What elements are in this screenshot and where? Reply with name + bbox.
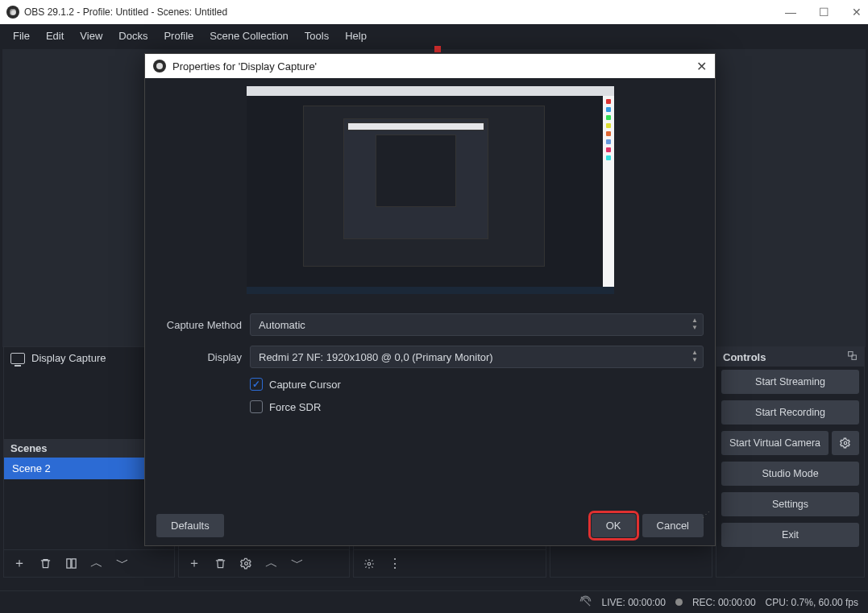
resize-grip-icon[interactable]: ⋰ bbox=[702, 513, 712, 516]
window-titlebar: OBS 29.1.2 - Profile: Untitled - Scenes:… bbox=[0, 0, 868, 24]
controls-title: Controls bbox=[723, 351, 766, 363]
menu-file[interactable]: File bbox=[5, 27, 38, 45]
svg-point-2 bbox=[244, 562, 247, 565]
capture-cursor-label: Capture Cursor bbox=[269, 379, 341, 391]
popout-icon[interactable] bbox=[847, 350, 858, 363]
menu-tools[interactable]: Tools bbox=[297, 27, 337, 45]
exit-button[interactable]: Exit bbox=[721, 523, 859, 547]
controls-header: Controls bbox=[716, 347, 864, 367]
display-select[interactable]: Redmi 27 NF: 1920x1080 @ 0,0 (Primary Mo… bbox=[250, 346, 704, 368]
remove-source-button[interactable] bbox=[210, 553, 230, 574]
preview-handle-icon[interactable] bbox=[434, 46, 441, 52]
live-status: LIVE: 00:00:00 bbox=[601, 597, 665, 608]
window-title: OBS 29.1.2 - Profile: Untitled - Scenes:… bbox=[24, 6, 227, 18]
ok-button[interactable]: OK bbox=[592, 514, 636, 537]
monitor-icon bbox=[10, 353, 25, 364]
signal-icon bbox=[579, 595, 592, 610]
source-settings-button[interactable] bbox=[235, 553, 256, 574]
menu-scene-collection[interactable]: Scene Collection bbox=[201, 27, 297, 45]
menu-help[interactable]: Help bbox=[337, 27, 375, 45]
menu-view[interactable]: View bbox=[72, 27, 110, 45]
menu-edit[interactable]: Edit bbox=[38, 27, 72, 45]
add-scene-button[interactable]: ＋ bbox=[9, 553, 30, 574]
svg-point-3 bbox=[368, 562, 371, 565]
menu-docks[interactable]: Docks bbox=[110, 27, 156, 45]
properties-dialog: Properties for 'Display Capture' ✕ Captu… bbox=[144, 53, 716, 546]
obs-logo-icon bbox=[153, 60, 166, 72]
force-sdr-checkbox[interactable] bbox=[250, 400, 263, 413]
rec-status: REC: 00:00:00 bbox=[692, 597, 756, 608]
source-down-button[interactable]: ﹀ bbox=[287, 553, 308, 574]
defaults-button[interactable]: Defaults bbox=[156, 514, 224, 537]
capture-method-select[interactable]: Automatic ▲▼ bbox=[250, 313, 704, 336]
cpu-status: CPU: 0.7%, 60.00 fps bbox=[766, 597, 858, 608]
start-recording-button[interactable]: Start Recording bbox=[721, 400, 859, 425]
force-sdr-label: Force SDR bbox=[269, 401, 321, 413]
start-virtual-camera-button[interactable]: Start Virtual Camera bbox=[721, 431, 829, 455]
svg-rect-0 bbox=[66, 559, 70, 568]
dialog-title-text: Properties for 'Display Capture' bbox=[172, 60, 317, 72]
virtual-camera-settings-button[interactable] bbox=[832, 431, 859, 455]
minimize-icon[interactable]: — bbox=[785, 6, 796, 19]
menu-profile[interactable]: Profile bbox=[156, 27, 201, 45]
display-label: Display bbox=[156, 351, 242, 363]
svg-rect-1 bbox=[72, 559, 76, 568]
settings-button[interactable]: Settings bbox=[721, 492, 859, 516]
remove-scene-button[interactable] bbox=[35, 553, 56, 574]
display-value: Redmi 27 NF: 1920x1080 @ 0,0 (Primary Mo… bbox=[259, 351, 493, 363]
dialog-close-button[interactable]: ✕ bbox=[696, 59, 707, 74]
spinner-icon: ▲▼ bbox=[691, 349, 698, 363]
display-preview bbox=[247, 86, 614, 294]
cancel-button[interactable]: Cancel bbox=[642, 514, 704, 537]
start-streaming-button[interactable]: Start Streaming bbox=[721, 370, 859, 394]
dialog-titlebar: Properties for 'Display Capture' ✕ bbox=[145, 54, 715, 78]
studio-mode-button[interactable]: Studio Mode bbox=[721, 462, 859, 486]
source-up-button[interactable]: ︿ bbox=[261, 553, 282, 574]
spinner-icon: ▲▼ bbox=[691, 317, 698, 331]
obs-logo-icon bbox=[6, 6, 19, 19]
svg-point-6 bbox=[844, 441, 847, 445]
source-label: Display Capture bbox=[31, 352, 106, 364]
mixer-settings-button[interactable] bbox=[359, 553, 380, 574]
status-bar: LIVE: 00:00:00 REC: 00:00:00 CPU: 0.7%, … bbox=[0, 590, 868, 613]
close-window-icon[interactable]: ✕ bbox=[852, 6, 862, 19]
add-source-button[interactable]: ＋ bbox=[184, 553, 205, 574]
scene-down-button[interactable]: ﹀ bbox=[112, 553, 133, 574]
capture-method-label: Capture Method bbox=[156, 319, 242, 331]
controls-panel: Controls Start Streaming Start Recording… bbox=[716, 346, 865, 578]
capture-method-value: Automatic bbox=[259, 319, 305, 331]
menubar: File Edit View Docks Profile Scene Colle… bbox=[0, 24, 868, 47]
maximize-icon[interactable]: ☐ bbox=[819, 6, 829, 19]
rec-dot-icon bbox=[675, 599, 683, 606]
mixer-menu-button[interactable]: ⋮ bbox=[384, 553, 405, 574]
scenes-title: Scenes bbox=[10, 442, 48, 454]
capture-cursor-checkbox[interactable] bbox=[250, 378, 263, 391]
scene-up-button[interactable]: ︿ bbox=[86, 553, 107, 574]
scene-filters-button[interactable] bbox=[60, 553, 81, 574]
